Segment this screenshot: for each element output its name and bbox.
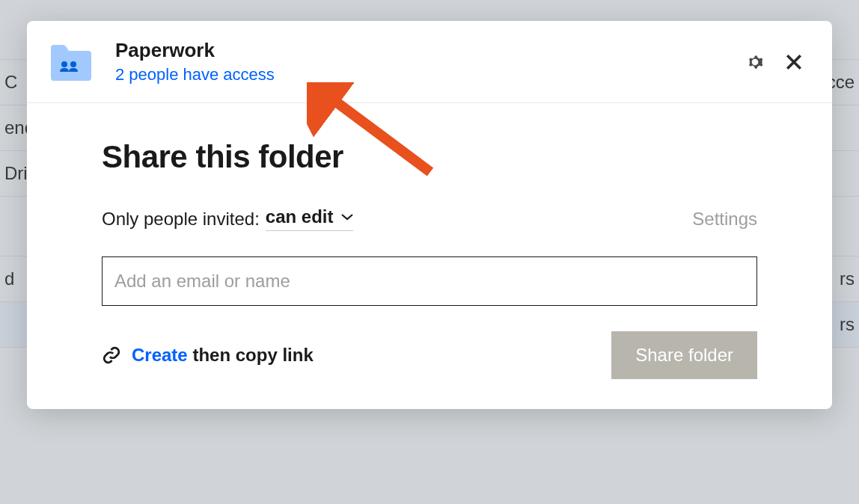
share-dialog: Paperwork 2 people have access Share thi… [27,21,832,409]
dialog-title: Share this folder [102,139,757,175]
permission-label: Only people invited: [102,209,260,230]
link-icon [102,345,121,365]
permission-select[interactable]: can edit [266,206,353,231]
svg-point-0 [61,61,67,67]
gear-icon[interactable] [744,51,766,73]
copy-link-text: then copy link [192,345,313,365]
share-folder-button[interactable]: Share folder [611,331,757,379]
email-field[interactable] [102,256,757,306]
dialog-body: Share this folder Only people invited: c… [27,103,832,409]
chevron-down-icon [341,213,353,221]
permission-value: can edit [266,206,334,227]
create-link[interactable]: Create [132,345,188,365]
dialog-header: Paperwork 2 people have access [27,21,832,103]
close-icon[interactable] [783,51,805,73]
shared-folder-icon [49,43,93,81]
settings-link[interactable]: Settings [692,209,757,230]
access-link[interactable]: 2 people have access [115,65,744,84]
svg-point-1 [70,61,76,67]
folder-name: Paperwork [115,39,744,62]
